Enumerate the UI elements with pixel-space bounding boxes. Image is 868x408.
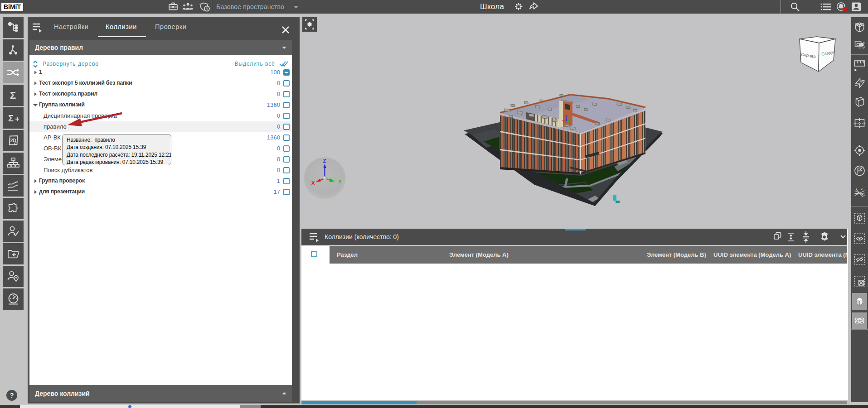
svg-text:Σ: Σ: [10, 90, 16, 101]
svg-text:Y: Y: [338, 179, 342, 184]
svg-text:X: X: [311, 180, 315, 186]
svg-text:1: 1: [856, 188, 858, 191]
svg-text:2D: 2D: [10, 138, 17, 143]
svg-text:2: 2: [861, 187, 863, 190]
svg-text:Σ: Σ: [8, 113, 14, 123]
svg-text:Z: Z: [323, 158, 326, 163]
